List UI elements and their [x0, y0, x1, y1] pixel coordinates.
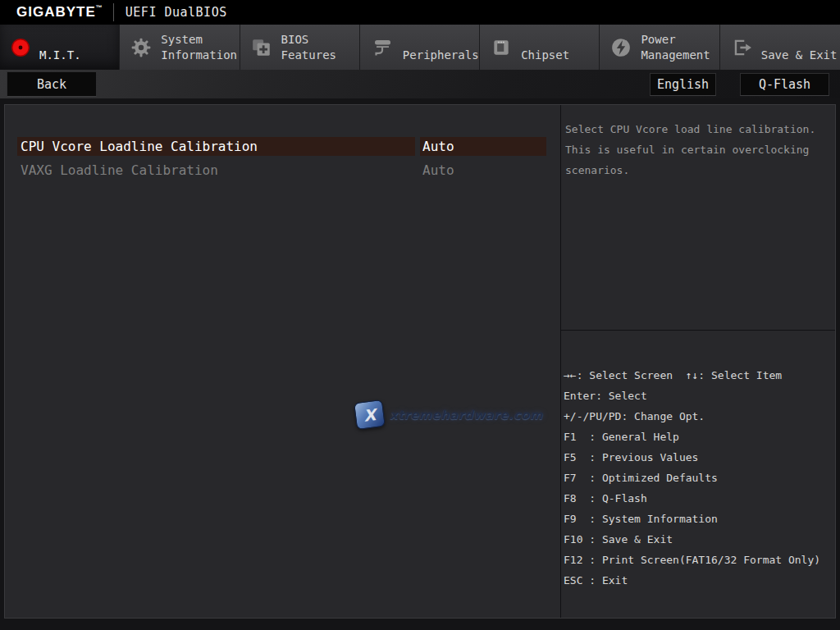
tab-label-line1: Power: [641, 32, 710, 48]
tab-label-line2: Features: [281, 48, 336, 63]
legend-f9: F9 : System Information: [564, 509, 833, 529]
help-text-panel: Select CPU Vcore load line calibration. …: [561, 105, 835, 331]
tab-mit[interactable]: M.I.T.: [0, 25, 120, 70]
gigabyte-logo: GIGABYTE™: [16, 4, 103, 21]
mit-red-circle-icon: [11, 38, 30, 57]
watermark-x-logo-icon: X: [354, 399, 386, 430]
language-button[interactable]: English: [650, 73, 716, 96]
tab-label-line1: System: [161, 32, 237, 48]
setting-value[interactable]: Auto: [420, 161, 546, 180]
top-bar: GIGABYTE™ UEFI DualBIOS: [0, 0, 840, 25]
tab-label-line2: Peripherals: [403, 48, 479, 63]
toolbar-right-group: English Q-Flash: [650, 73, 829, 96]
legend-f12: F12 : Print Screen(FAT16/32 Format Only): [564, 550, 833, 570]
tab-label-line2: Information: [161, 48, 237, 63]
legend-f10: F10 : Save & Exit: [564, 529, 833, 550]
tab-label-line2: Management: [641, 48, 710, 63]
back-button[interactable]: Back: [7, 71, 97, 97]
settings-panel: CPU Vcore Loadline Calibration Auto VAXG…: [5, 105, 560, 618]
legend-f8: F8 : Q-Flash: [564, 488, 833, 509]
tab-peripherals[interactable]: Peripherals: [360, 25, 480, 70]
setting-row-cpu-vcore-llc[interactable]: CPU Vcore Loadline Calibration Auto: [17, 137, 546, 156]
trademark-symbol: ™: [96, 4, 103, 11]
lightning-bolt-icon: [610, 37, 632, 58]
firmware-title: UEFI DualBIOS: [126, 5, 227, 20]
legend-select-screen-item: →←: Select Screen ↑↓: Select Item: [564, 365, 833, 386]
chipset-icon: [491, 37, 512, 58]
setting-row-vaxg-llc[interactable]: VAXG Loadline Calibration Auto: [17, 161, 546, 180]
tab-bar: M.I.T. SystemInformation: [0, 25, 840, 70]
legend-esc: ESC : Exit: [564, 570, 833, 591]
content-area: CPU Vcore Loadline Calibration Auto VAXG…: [4, 104, 836, 619]
watermark: X xtremehardware.com: [355, 401, 543, 428]
watermark-text: xtremehardware.com: [390, 408, 543, 422]
tab-label-line2: M.I.T.: [39, 48, 81, 63]
legend-enter: Enter: Select: [564, 386, 833, 406]
setting-value[interactable]: Auto: [420, 137, 546, 156]
tab-label-line2: Chipset: [521, 48, 569, 63]
gear-icon: [130, 37, 152, 58]
legend-f5: F5 : Previous Values: [564, 447, 833, 468]
setting-label: VAXG Loadline Calibration: [17, 161, 415, 180]
legend-f7: F7 : Optimized Defaults: [564, 468, 833, 488]
key-legend-panel: →←: Select Screen ↑↓: Select Item Enter:…: [561, 331, 835, 618]
qflash-button[interactable]: Q-Flash: [740, 73, 829, 96]
tab-save-exit[interactable]: Save & Exit: [720, 25, 840, 70]
legend-f1: F1 : General Help: [564, 427, 833, 447]
setting-label: CPU Vcore Loadline Calibration: [17, 137, 415, 156]
chip-plus-icon: [251, 37, 272, 58]
exit-door-arrow-icon: [731, 37, 752, 58]
right-panel: Select CPU Vcore load line calibration. …: [560, 105, 835, 618]
peripheral-device-icon: [371, 37, 394, 58]
topbar-divider: [113, 3, 114, 21]
tab-bios-features[interactable]: BIOSFeatures: [240, 25, 360, 70]
legend-change-opt: +/-/PU/PD: Change Opt.: [564, 406, 833, 427]
tab-label-line2: Save & Exit: [761, 48, 838, 63]
toolbar-strip: Back English Q-Flash: [0, 70, 840, 98]
tab-label-line1: BIOS: [281, 32, 336, 48]
tab-chipset[interactable]: Chipset: [480, 25, 600, 70]
tab-power-management[interactable]: PowerManagement: [600, 25, 719, 70]
tab-system-information[interactable]: SystemInformation: [120, 25, 240, 70]
